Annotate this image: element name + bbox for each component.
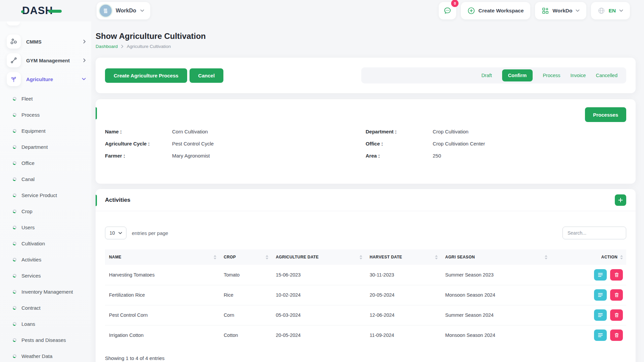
bullet-icon bbox=[13, 161, 16, 165]
sidebar-item-crop[interactable]: Crop bbox=[0, 203, 91, 219]
sidebar-item-label: Agriculture bbox=[26, 76, 53, 82]
sidebar-item-office[interactable]: Office bbox=[0, 155, 91, 171]
create-agriculture-process-button[interactable]: Create Agriculture Process bbox=[105, 68, 187, 83]
list-lines-icon bbox=[598, 313, 603, 317]
bullet-icon bbox=[13, 242, 16, 245]
messages-count-badge: 0 bbox=[451, 0, 459, 7]
breadcrumb-current: Agriculture Cultivation bbox=[127, 44, 171, 49]
status-tab-confirm[interactable]: Confirm bbox=[502, 69, 533, 81]
company-menu-button[interactable]: WorkDo bbox=[535, 2, 586, 19]
field-farmer: Farmer : Mary Agronomist bbox=[105, 153, 366, 159]
workspace-chip[interactable]: WorkDo bbox=[97, 2, 150, 19]
view-activity-button[interactable] bbox=[594, 289, 607, 301]
page-title: Show Agriculture Cultivation bbox=[96, 32, 636, 41]
entries-per-page-select[interactable]: 10 bbox=[105, 227, 126, 239]
sidebar-item-pests-and-diseases[interactable]: Pests and Diseases bbox=[0, 332, 91, 348]
sprout-icon bbox=[10, 75, 17, 83]
column-header-agriculture-date[interactable]: AGRICULTURE DATE bbox=[272, 249, 366, 265]
field-label: Farmer : bbox=[105, 153, 172, 159]
sidebar-item-service-product[interactable]: Service Product bbox=[0, 187, 91, 203]
chat-bubble-icon bbox=[443, 6, 452, 15]
sidebar-item-users[interactable]: Users bbox=[0, 219, 91, 235]
gym-icon-card bbox=[7, 53, 21, 67]
sidebar-item-cultivation[interactable]: Cultivation bbox=[0, 235, 91, 251]
trash-icon bbox=[614, 292, 619, 298]
sidebar-subitem-label: Pests and Diseases bbox=[21, 337, 66, 343]
cell-crop: Rice bbox=[220, 285, 272, 305]
list-lines-icon bbox=[598, 333, 603, 338]
sidebar-item-loans[interactable]: Loans bbox=[0, 316, 91, 332]
create-workspace-button[interactable]: Create Workspace bbox=[461, 2, 530, 19]
sidebar-item-gym-management[interactable]: GYM Management bbox=[7, 53, 86, 68]
field-agriculture-cycle: Agriculture Cycle : Pest Control Cycle bbox=[105, 141, 366, 146]
logo-wrap: DASH bbox=[0, 5, 91, 17]
details-grid: Name : Corn Cultivation Agriculture Cycl… bbox=[105, 129, 626, 165]
bullet-icon bbox=[13, 193, 16, 197]
field-label: Office : bbox=[366, 141, 433, 146]
sidebar-item-process[interactable]: Process bbox=[0, 107, 91, 123]
view-activity-button[interactable] bbox=[594, 269, 607, 281]
bullet-icon bbox=[13, 113, 16, 117]
bullet-icon bbox=[13, 258, 16, 261]
sidebar: CMMS GYM Management bbox=[0, 21, 91, 362]
sidebar-subitem-label: Users bbox=[21, 225, 35, 230]
sidebar-subitem-label: Activities bbox=[21, 257, 41, 262]
messages-button[interactable]: 0 bbox=[439, 2, 456, 19]
dumbbell-icon bbox=[10, 57, 17, 64]
status-tab-process[interactable]: Process bbox=[543, 73, 560, 78]
delete-activity-button[interactable] bbox=[610, 289, 623, 301]
search-input[interactable] bbox=[562, 227, 626, 239]
sidebar-item-inventory-management[interactable]: Inventory Management bbox=[0, 284, 91, 300]
sidebar-item-services[interactable]: Services bbox=[0, 267, 91, 284]
column-header-agri-season[interactable]: AGRI SEASON bbox=[441, 249, 550, 265]
sidebar-item-equipment[interactable]: Equipment bbox=[0, 123, 91, 139]
sidebar-subitem-label: Service Product bbox=[21, 192, 57, 198]
sidebar-item-fleet[interactable]: Fleet bbox=[0, 90, 91, 107]
column-header-name[interactable]: NAME bbox=[105, 249, 220, 265]
cell-harvest-date: 12-06-2024 bbox=[366, 305, 441, 325]
sidebar-item-weather-data[interactable]: Weather Data bbox=[0, 348, 91, 362]
sidebar-item-activities[interactable]: Activities bbox=[0, 251, 91, 267]
sidebar-subitem-label: Equipment bbox=[21, 128, 46, 134]
column-header-harvest-date[interactable]: HARVEST DATE bbox=[366, 249, 441, 265]
trash-icon bbox=[614, 272, 619, 278]
bullet-icon bbox=[13, 209, 16, 213]
column-header-action[interactable]: ACTION bbox=[551, 249, 626, 265]
sidebar-item-contract[interactable]: Contract bbox=[0, 300, 91, 316]
table-controls: 10 entries per page bbox=[105, 227, 626, 239]
brand-logo[interactable]: DASH bbox=[22, 5, 53, 17]
status-tab-draft[interactable]: Draft bbox=[481, 73, 492, 78]
delete-activity-button[interactable] bbox=[610, 309, 623, 321]
bullet-icon bbox=[13, 177, 16, 181]
processes-button[interactable]: Processes bbox=[585, 107, 626, 122]
sidebar-subitem-label: Process bbox=[21, 112, 40, 118]
toolbar-card: Create Agriculture Process Cancel Draft … bbox=[96, 58, 636, 93]
sidebar-item-canal[interactable]: Canal bbox=[0, 171, 91, 187]
status-tab-invoice[interactable]: Invoice bbox=[571, 73, 586, 78]
cancel-button[interactable]: Cancel bbox=[190, 68, 223, 83]
view-activity-button[interactable] bbox=[594, 329, 607, 341]
language-selector[interactable]: EN bbox=[591, 2, 630, 19]
cell-crop: Cotton bbox=[220, 325, 272, 345]
column-header-crop[interactable]: CROP bbox=[220, 249, 272, 265]
sidebar-subitem-label: Cultivation bbox=[21, 241, 45, 246]
bullet-icon bbox=[13, 354, 16, 358]
delete-activity-button[interactable] bbox=[610, 269, 623, 281]
circle-plus-icon bbox=[468, 7, 475, 14]
company-menu-label: WorkDo bbox=[552, 8, 572, 14]
app-root: DASH WorkDo 0 bbox=[0, 0, 644, 362]
add-activity-button[interactable] bbox=[615, 194, 626, 206]
sort-icon bbox=[266, 255, 268, 259]
breadcrumb-dashboard-link[interactable]: Dashboard bbox=[96, 44, 118, 49]
sidebar-item-cmms[interactable]: CMMS bbox=[7, 34, 86, 49]
delete-activity-button[interactable] bbox=[610, 329, 623, 341]
details-left-column: Name : Corn Cultivation Agriculture Cycl… bbox=[105, 129, 366, 165]
sidebar-item-department[interactable]: Department bbox=[0, 139, 91, 155]
sidebar-subitem-label: Services bbox=[21, 273, 41, 279]
language-label: EN bbox=[608, 8, 616, 14]
view-activity-button[interactable] bbox=[594, 309, 607, 321]
bullet-icon bbox=[13, 97, 16, 101]
cell-actions bbox=[551, 285, 626, 305]
sidebar-item-agriculture[interactable]: Agriculture bbox=[7, 72, 86, 86]
status-tab-cancelled[interactable]: Cancelled bbox=[596, 73, 618, 78]
